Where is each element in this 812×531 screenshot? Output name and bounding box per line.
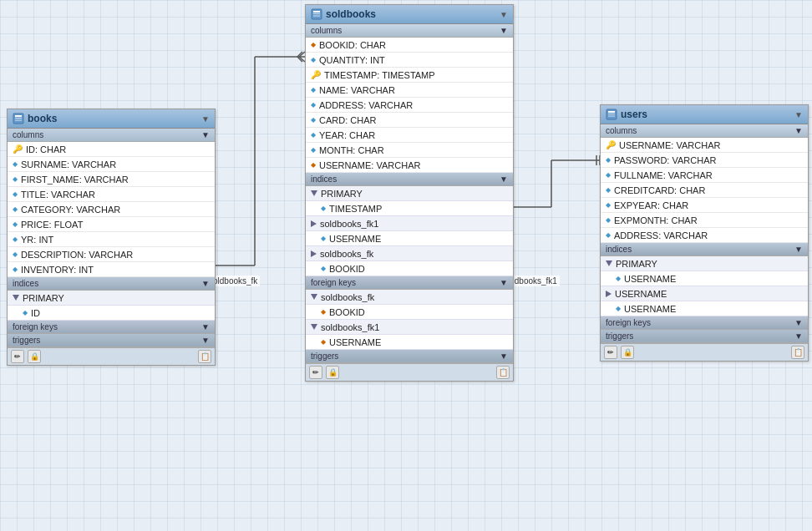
soldbooks-index-primary-ts[interactable]: ◆ TIMESTAMP	[306, 201, 513, 216]
diamond-icon: ◆	[13, 266, 18, 273]
diamond-icon: ◆	[13, 250, 18, 258]
books-col-yr[interactable]: ◆ YR: INT	[8, 232, 215, 247]
diamond-icon: ◆	[321, 205, 326, 212]
books-col-surname[interactable]: ◆ SURNAME: VARCHAR	[8, 157, 215, 172]
soldbooks-dropdown-icon[interactable]: ▼	[500, 10, 508, 19]
soldbooks-fk-username-val[interactable]: ◆ USERNAME	[306, 335, 513, 350]
users-col-creditcard[interactable]: ◆ CREDITCARD: CHAR	[601, 183, 808, 198]
soldbooks-fk-bookid-val[interactable]: ◆ BOOKID	[306, 305, 513, 320]
books-triggers-header: triggers ▼	[8, 334, 215, 347]
users-table-icon	[606, 109, 617, 120]
soldbooks-add-button[interactable]: 📋	[496, 366, 510, 379]
users-add-button[interactable]: 📋	[791, 346, 804, 359]
users-table-header[interactable]: users ▼	[601, 105, 808, 124]
books-col-id[interactable]: 🔑 ID: CHAR	[8, 142, 215, 157]
books-col-price[interactable]: ◆ PRICE: FLOAT	[8, 217, 215, 232]
soldbooks-index-fk-bookid[interactable]: ◆ BOOKID	[306, 261, 513, 276]
users-index-username[interactable]: USERNAME	[601, 286, 808, 301]
soldbooks-col-username[interactable]: ◆ USERNAME: VARCHAR	[306, 158, 513, 173]
soldbooks-columns-header: columns ▼	[306, 24, 513, 38]
soldbooks-fk-header: foreign keys ▼	[306, 276, 513, 290]
soldbooks-col-address[interactable]: ◆ ADDRESS: VARCHAR	[306, 98, 513, 113]
users-col-fullname[interactable]: ◆ FULLNAME: VARCHAR	[601, 168, 808, 183]
books-table-title: books	[28, 113, 57, 124]
soldbooks-col-timestamp[interactable]: 🔑 TIMESTAMP: TIMESTAMP	[306, 68, 513, 83]
soldbooks-index-primary[interactable]: PRIMARY	[306, 186, 513, 201]
soldbooks-edit-button[interactable]: ✏	[309, 366, 322, 379]
books-table: books ▼ columns ▼ 🔑 ID: CHAR ◆ SURNAME: …	[7, 109, 216, 366]
books-index-primary[interactable]: PRIMARY	[8, 291, 215, 306]
soldbooks-triggers-header: triggers ▼	[306, 350, 513, 363]
users-index-username-val[interactable]: ◆ USERNAME	[601, 301, 808, 316]
books-table-header[interactable]: books ▼	[8, 109, 215, 129]
books-col-title[interactable]: ◆ TITLE: VARCHAR	[8, 187, 215, 202]
diamond-icon: ◆	[311, 101, 316, 109]
diamond-icon: ◆	[606, 216, 611, 224]
users-index-primary[interactable]: PRIMARY	[601, 256, 808, 271]
books-index-primary-id[interactable]: ◆ ID	[8, 306, 215, 321]
diamond-orange-icon: ◆	[311, 41, 316, 48]
users-index-primary-username[interactable]: ◆ USERNAME	[601, 271, 808, 286]
books-add-button[interactable]: 📋	[198, 350, 211, 363]
books-col-description[interactable]: ◆ DESCRIPTION: VARCHAR	[8, 247, 215, 262]
svg-line-6	[299, 57, 305, 62]
diamond-icon: ◆	[13, 235, 18, 243]
users-col-password[interactable]: ◆ PASSWORD: VARCHAR	[601, 153, 808, 168]
diamond-icon: ◆	[311, 116, 316, 124]
users-triggers-header: triggers ▼	[601, 330, 808, 343]
soldbooks-toolbar: ✏ 🔒 📋	[306, 363, 513, 381]
users-table: users ▼ columns ▼ 🔑 USERNAME: VARCHAR ◆ …	[600, 104, 809, 362]
soldbooks-col-quantity[interactable]: ◆ QUANTITY: INT	[306, 53, 513, 68]
soldbooks-col-card[interactable]: ◆ CARD: CHAR	[306, 113, 513, 128]
books-toolbar: ✏ 🔒 📋	[8, 347, 215, 365]
soldbooks-fk-item2[interactable]: soldbooks_fk1	[306, 320, 513, 335]
svg-rect-25	[313, 16, 320, 17]
books-col-firstname[interactable]: ◆ FIRST_NAME: VARCHAR	[8, 172, 215, 187]
diamond-orange-icon: ◆	[321, 338, 326, 346]
soldbooks-table: soldbooks ▼ columns ▼ ◆ BOOKID: CHAR ◆ Q…	[305, 4, 514, 382]
soldbooks-table-title: soldbooks	[326, 8, 376, 20]
books-columns-header: columns ▼	[8, 129, 215, 142]
key-icon: 🔑	[606, 140, 616, 149]
books-col-category[interactable]: ◆ CATEGORY: VARCHAR	[8, 202, 215, 217]
users-col-expyear[interactable]: ◆ EXPYEAR: CHAR	[601, 198, 808, 213]
books-indices-header: indices ▼	[8, 277, 215, 291]
books-dropdown-icon[interactable]: ▼	[201, 114, 210, 124]
diamond-icon: ◆	[616, 305, 621, 312]
diamond-icon: ◆	[13, 160, 18, 168]
users-toolbar: ✏ 🔒 📋	[601, 343, 808, 361]
diamond-icon: ◆	[606, 231, 611, 239]
users-col-expmonth[interactable]: ◆ EXPMONTH: CHAR	[601, 213, 808, 228]
svg-line-5	[299, 52, 305, 57]
diamond-icon: ◆	[321, 235, 326, 242]
collapse-icon	[606, 291, 612, 297]
svg-rect-19	[15, 115, 22, 117]
soldbooks-col-bookid[interactable]: ◆ BOOKID: CHAR	[306, 38, 513, 53]
diamond-icon: ◆	[311, 56, 316, 63]
users-edit-button[interactable]: ✏	[604, 346, 617, 359]
users-lock-button[interactable]: 🔒	[621, 346, 634, 359]
users-col-address[interactable]: ◆ ADDRESS: VARCHAR	[601, 228, 808, 243]
books-col-inventory[interactable]: ◆ INVENTORY: INT	[8, 262, 215, 277]
soldbooks-index-fk1-username[interactable]: ◆ USERNAME	[306, 231, 513, 246]
soldbooks-lock-button[interactable]: 🔒	[326, 366, 339, 379]
expand-icon	[311, 324, 317, 330]
users-columns-header: columns ▼	[601, 124, 808, 138]
soldbooks-fk-item1[interactable]: soldbooks_fk	[306, 290, 513, 305]
soldbooks-col-month[interactable]: ◆ MONTH: CHAR	[306, 143, 513, 158]
users-col-username[interactable]: 🔑 USERNAME: VARCHAR	[601, 138, 808, 153]
diamond-icon: ◆	[321, 265, 326, 272]
svg-rect-21	[15, 120, 22, 121]
books-lock-button[interactable]: 🔒	[28, 350, 41, 363]
soldbooks-index-fk[interactable]: soldbooks_fk	[306, 246, 513, 261]
diamond-icon: ◆	[606, 171, 611, 179]
diamond-icon: ◆	[616, 275, 621, 282]
books-edit-button[interactable]: ✏	[11, 350, 24, 363]
users-dropdown-icon[interactable]: ▼	[794, 110, 803, 119]
svg-rect-27	[608, 111, 615, 113]
svg-rect-29	[608, 116, 615, 117]
soldbooks-index-fk1[interactable]: soldbooks_fk1	[306, 216, 513, 231]
soldbooks-col-year[interactable]: ◆ YEAR: CHAR	[306, 128, 513, 143]
soldbooks-col-name[interactable]: ◆ NAME: VARCHAR	[306, 83, 513, 98]
soldbooks-table-header[interactable]: soldbooks ▼	[306, 5, 513, 24]
